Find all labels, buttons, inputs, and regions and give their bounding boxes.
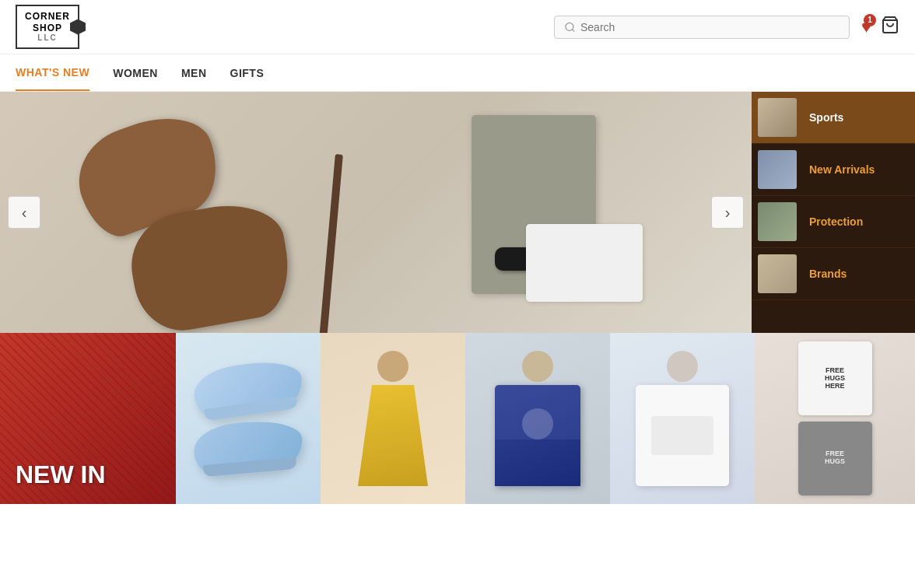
hero-section: ‹ › Sports New Arrivals Protection <box>0 92 915 333</box>
products-section: NEW IN <box>0 333 915 504</box>
nav-gifts[interactable]: GIFTS <box>230 56 265 90</box>
carousel-next-button[interactable]: › <box>711 196 744 229</box>
search-icon <box>564 21 576 33</box>
cart-icon <box>881 16 899 34</box>
person-head <box>377 351 408 382</box>
nav-whats-new[interactable]: WHAT'S NEW <box>16 55 89 91</box>
soccer-jersey-shape <box>495 385 580 486</box>
tee-dark: FREEHUGS <box>798 422 872 495</box>
belt-decoration <box>318 154 343 333</box>
sidebar-thumb-sports <box>758 98 797 137</box>
hero-image <box>0 92 752 333</box>
white-shirt-shape <box>636 385 729 486</box>
sneaker-top <box>191 357 306 422</box>
product-card-yellow-dress[interactable] <box>321 333 465 504</box>
product-card-sneakers[interactable] <box>176 333 321 504</box>
product-card-new-in-banner[interactable]: NEW IN <box>0 333 176 504</box>
hero-carousel: ‹ › <box>0 92 752 333</box>
search-bar <box>554 16 850 39</box>
sidebar-item-sports[interactable]: Sports <box>752 92 915 144</box>
nav-men[interactable]: MEN <box>181 56 207 90</box>
tshirt-decoration <box>526 224 643 302</box>
sidebar-label-protection: Protection <box>803 215 915 228</box>
wishlist-button[interactable]: ♥ 1 <box>861 17 871 37</box>
sidebar-item-protection[interactable]: Protection <box>752 196 915 248</box>
logo[interactable]: CORNER SHOP LLC <box>16 5 79 49</box>
wishlist-badge: 1 <box>864 14 876 26</box>
sidebar-thumb-brands <box>758 254 797 293</box>
sidebar-thumb-new-arrivals <box>758 150 797 189</box>
shirt-person-head <box>667 351 698 382</box>
svg-point-0 <box>566 23 573 30</box>
cart-button[interactable] <box>881 16 899 39</box>
carousel-prev-button[interactable]: ‹ <box>8 196 40 229</box>
product-card-soccer-jersey[interactable] <box>465 333 610 504</box>
tee-light: FREEHUGSHERE <box>798 341 872 415</box>
main-nav: WHAT'S NEW WOMEN MEN GIFTS <box>0 54 915 92</box>
sidebar-item-new-arrivals[interactable]: New Arrivals <box>752 144 915 196</box>
sidebar-thumb-protection <box>758 202 797 241</box>
hero-sidebar: Sports New Arrivals Protection Brands <box>752 92 915 333</box>
svg-line-1 <box>572 29 574 31</box>
sidebar-label-brands: Brands <box>803 268 915 280</box>
nav-women[interactable]: WOMEN <box>113 56 158 90</box>
dress-shape <box>358 385 428 486</box>
soccer-person-head <box>522 351 553 382</box>
header-right: ♥ 1 <box>554 16 899 39</box>
header-icons: ♥ 1 <box>861 16 899 39</box>
sneaker-bottom <box>191 418 304 478</box>
sidebar-label-new-arrivals: New Arrivals <box>803 163 915 176</box>
sidebar-label-sports: Sports <box>803 111 915 124</box>
sidebar-item-brands[interactable]: Brands <box>752 248 915 300</box>
logo-line3: LLC <box>25 33 70 43</box>
new-in-text: NEW IN <box>16 461 106 488</box>
header: CORNER SHOP LLC ♥ 1 <box>0 0 915 54</box>
logo-line2: SHOP <box>25 23 70 33</box>
product-card-graphic-tees[interactable]: FREEHUGSHERE FREEHUGS <box>755 333 915 504</box>
search-input[interactable] <box>580 21 840 33</box>
logo-badge-icon <box>70 19 86 35</box>
logo-line1: CORNER <box>25 11 70 22</box>
product-card-white-shirt[interactable] <box>610 333 755 504</box>
